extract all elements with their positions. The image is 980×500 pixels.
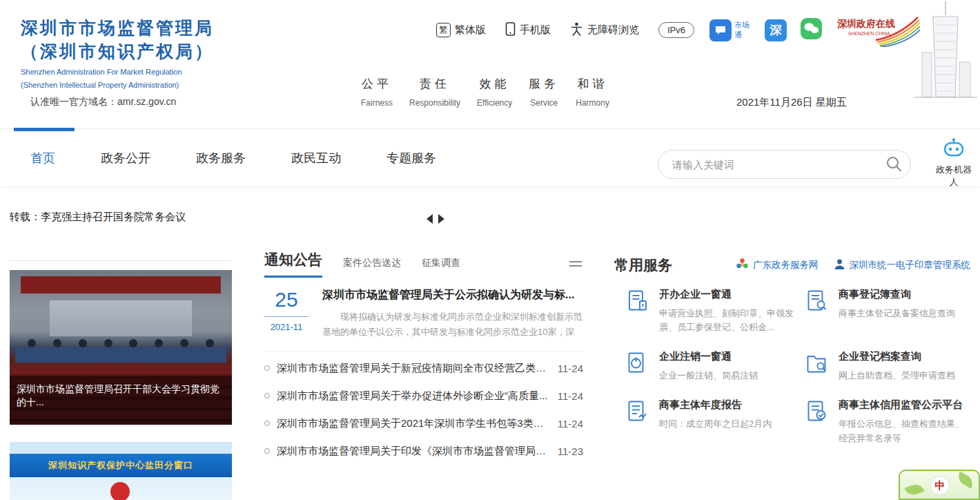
carousel-slide-meeting[interactable]: 深圳市市场监督管理局召开干部大会学习贯彻党的十... bbox=[10, 270, 232, 425]
featured-day: 25 bbox=[264, 288, 308, 317]
mobile-icon bbox=[505, 22, 516, 38]
search-input[interactable] bbox=[672, 159, 885, 171]
news-ticker[interactable]: 转载：李克强主持召开国务院常务会议 bbox=[10, 211, 186, 224]
news-carousel: 深圳市市场监督管理局召开干部大会学习贯彻党的十... 深圳知识产权保护中心盐田分… bbox=[10, 260, 232, 500]
notice-item[interactable]: 深圳市市场监督管理局关于2021年深圳市学生书包等3类产... 11-24 bbox=[264, 410, 583, 437]
nav-item-home[interactable]: 首页 bbox=[30, 150, 55, 166]
shen-app-link[interactable]: 深 bbox=[765, 19, 787, 41]
floating-widget[interactable]: 中 bbox=[899, 470, 980, 500]
china-gov-badge: 中 bbox=[930, 476, 950, 495]
header-quick-links: 繁 繁体版 手机版 无障碍浏览 IPv6 bbox=[436, 22, 694, 38]
featured-month: 2021-11 bbox=[264, 322, 308, 332]
featured-summary: 现将拟确认为研发与标准化同步示范企业和深圳标准创新示范基地的单位予以公示，其中研… bbox=[322, 309, 583, 340]
ipv6-badge[interactable]: IPv6 bbox=[658, 22, 694, 38]
gov-robot-label: 政务机器人 bbox=[932, 164, 976, 189]
nav-item-gov-services[interactable]: 政务服务 bbox=[196, 150, 246, 166]
credit-platform-icon bbox=[804, 398, 829, 423]
value-efficiency: 效能 Efficiency bbox=[477, 76, 512, 108]
accessibility-label: 无障碍浏览 bbox=[587, 23, 639, 37]
service-archive-query[interactable]: 企业登记档案查询 网上自助查档、受理申请查档 bbox=[804, 350, 970, 383]
person-icon bbox=[834, 258, 845, 272]
tab-notices[interactable]: 通知公告 bbox=[264, 250, 322, 278]
notice-list: 深圳市市场监督管理局关于新冠疫情期间全市仅经营乙类非... 11-24 深圳市市… bbox=[264, 354, 583, 465]
market-app-link[interactable]: 市场通 bbox=[709, 19, 751, 41]
gov-robot-button[interactable]: 政务机器人 bbox=[932, 138, 976, 189]
carousel-caption: 深圳市市场监督管理局召开干部大会学习贯彻党的十... bbox=[10, 376, 232, 425]
bullet-icon bbox=[264, 393, 270, 398]
current-date: 2021年11月26日 星期五 bbox=[736, 96, 847, 109]
shenzhen-gov-online-logo[interactable]: 深圳政府在线 SHENZHEN CHINA bbox=[837, 15, 920, 50]
notices-panel: 通知公告 案件公告送达 征集调查 25 2021-11 深圳市市场监督管理局关于… bbox=[264, 253, 583, 465]
page: 深圳市市场监督管理局 （深圳市知识产权局） Shenzhen Administr… bbox=[0, 0, 980, 500]
site-title-line2: （深圳市知识产权局） bbox=[21, 40, 214, 64]
more-icon[interactable] bbox=[569, 258, 582, 269]
eseal-system-link[interactable]: 深圳市统一电子印章管理系统 bbox=[834, 258, 971, 272]
wechat-icon bbox=[801, 18, 822, 42]
value-responsibility: 责任 Responsibility bbox=[409, 76, 460, 108]
official-domain-notice: 认准唯一官方域名：amr.sz.gov.cn bbox=[30, 96, 176, 108]
featured-date: 25 2021-11 bbox=[264, 288, 308, 340]
services-panel: 常用服务 广东政务服务网 深圳市统一电子印章管理系统 开办企业一窗通 申请营业执… bbox=[614, 253, 970, 445]
business-open-icon bbox=[625, 288, 649, 313]
service-deregister[interactable]: 企业注销一窗通 企业一般注销、简易注销 bbox=[625, 350, 797, 383]
service-annual-report[interactable]: 商事主体年度报告 时间：成立周年之日起2月内 bbox=[625, 398, 797, 445]
ceremony-banner: 深圳知识产权保护中心盐田分窗口 bbox=[10, 454, 232, 477]
notice-item[interactable]: 深圳市市场监督管理局关于印发《深圳市市场监督管理局商... 11-23 bbox=[264, 437, 583, 465]
carousel-slide-ceremony[interactable]: 深圳知识产权保护中心盐田分窗口 bbox=[10, 442, 232, 500]
shen-app-icon: 深 bbox=[765, 19, 787, 41]
services-title: 常用服务 bbox=[614, 256, 672, 275]
bullet-icon bbox=[264, 421, 270, 426]
core-values: 公平 Fairness 责任 Responsibility 效能 Efficie… bbox=[361, 76, 609, 108]
tab-surveys[interactable]: 征集调查 bbox=[422, 257, 460, 278]
accessibility-link[interactable]: 无障碍浏览 bbox=[570, 22, 639, 38]
site-title-line1: 深圳市市场监督管理局 bbox=[21, 17, 214, 40]
service-credit-platform[interactable]: 商事主体信用监管公示平台 年报公示信息、抽查检查结果、经营异常名录等 bbox=[804, 398, 970, 445]
gov-logo-subtext: SHENZHEN CHINA bbox=[848, 31, 890, 36]
ticker-prev-icon[interactable] bbox=[427, 214, 433, 224]
featured-notice[interactable]: 25 2021-11 深圳市市场监督管理局关于公示拟确认为研发与标... 现将拟… bbox=[264, 288, 583, 340]
traditional-chinese-icon: 繁 bbox=[436, 23, 451, 37]
ceremony-ribbon bbox=[110, 482, 130, 500]
deregister-icon bbox=[625, 350, 649, 375]
ticker-next-icon[interactable] bbox=[438, 214, 444, 224]
ticker-controls bbox=[427, 214, 444, 224]
notice-item[interactable]: 深圳市市场监督管理局关于新冠疫情期间全市仅经营乙类非... 11-24 bbox=[264, 354, 583, 382]
accessibility-icon bbox=[570, 22, 583, 38]
service-open-business[interactable]: 开办企业一窗通 申请营业执照、刻制印章、申领发票、员工参保登记、公积金... bbox=[625, 288, 797, 334]
header-app-icons: 市场通 深 bbox=[709, 18, 822, 42]
service-registry-query[interactable]: 商事登记簿查询 商事主体登记及备案信息查询 bbox=[804, 288, 970, 334]
market-app-icon bbox=[709, 19, 732, 41]
featured-title: 深圳市市场监督管理局关于公示拟确认为研发与标... bbox=[322, 288, 583, 302]
archive-query-icon bbox=[804, 350, 829, 375]
tab-case-announcements[interactable]: 案件公告送达 bbox=[343, 257, 401, 278]
flower-icon bbox=[736, 258, 749, 273]
search-icon bbox=[885, 155, 902, 174]
notice-item[interactable]: 深圳市市场监督管理局关于举办促进体外诊断企业“高质量... 11-24 bbox=[264, 382, 583, 410]
wechat-link[interactable] bbox=[801, 18, 822, 42]
traditional-chinese-link[interactable]: 繁 繁体版 bbox=[436, 23, 486, 37]
value-fairness: 公平 Fairness bbox=[361, 76, 393, 108]
bullet-icon bbox=[264, 365, 270, 371]
search-box[interactable] bbox=[658, 150, 911, 179]
nav-item-special-services[interactable]: 专题服务 bbox=[386, 150, 436, 166]
value-harmony: 和谐 Harmony bbox=[576, 76, 609, 108]
annual-report-icon bbox=[625, 398, 649, 423]
site-logo[interactable]: 深圳市市场监督管理局 （深圳市知识产权局） Shenzhen Administr… bbox=[21, 17, 214, 90]
bullet-icon bbox=[264, 448, 270, 454]
market-app-label: 市场通 bbox=[734, 21, 751, 39]
mobile-version-label: 手机版 bbox=[520, 23, 551, 37]
traditional-chinese-label: 繁体版 bbox=[455, 23, 486, 37]
site-title-en1: Shenzhen Administration For Market Regul… bbox=[21, 67, 214, 77]
leaf-icon bbox=[955, 471, 976, 488]
leaf-icon bbox=[904, 482, 924, 497]
building-illustration bbox=[910, 1, 979, 110]
nav-item-interaction[interactable]: 政民互动 bbox=[291, 150, 341, 166]
robot-icon bbox=[941, 149, 966, 161]
mobile-version-link[interactable]: 手机版 bbox=[505, 22, 551, 38]
guangdong-service-link[interactable]: 广东政务服务网 bbox=[736, 258, 819, 273]
site-title-en2: (Shenzhen Intellectual Property Administ… bbox=[21, 80, 214, 90]
search-button[interactable] bbox=[885, 155, 902, 174]
nav-item-gov-disclosure[interactable]: 政务公开 bbox=[101, 150, 150, 166]
notices-divider bbox=[264, 351, 583, 352]
value-service: 服务 Service bbox=[529, 76, 559, 108]
